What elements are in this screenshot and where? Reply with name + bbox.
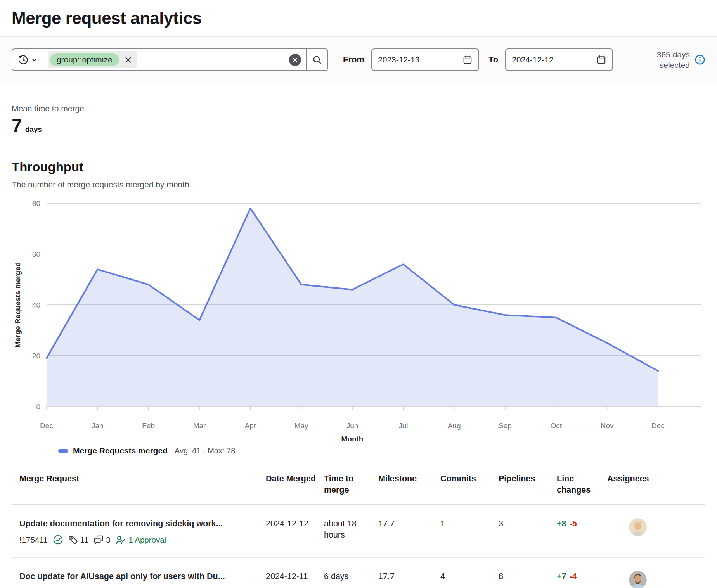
svg-text:Month: Month [341,435,364,443]
svg-text:60: 60 [32,250,40,258]
date-merged-cell: 2024-12-11 [266,557,324,588]
table-row: Update documentation for removing sideki… [12,505,705,557]
stat-value: 7 [12,116,22,135]
svg-text:Merge Requests merged: Merge Requests merged [14,262,22,348]
legend-meta: Avg: 41 · Max: 78 [175,446,235,455]
legend-label: Merge Requests merged [73,446,168,455]
lines-removed: -4 [570,572,577,581]
filter-bar: group::optimize From [0,36,717,83]
token-close-icon[interactable] [125,56,132,64]
clear-search-button[interactable] [289,54,301,66]
svg-text:Aug: Aug [448,422,461,430]
mr-id[interactable]: !175411 [19,534,48,545]
from-date-input[interactable]: 2023-12-13 [371,48,479,71]
calendar-icon[interactable] [462,55,473,65]
svg-text:Feb: Feb [142,422,155,430]
svg-text:Jun: Jun [346,422,358,430]
lines-added: +8 [557,519,566,528]
merge-request-table: Merge Request Date Merged Time to merge … [12,466,705,588]
commits-cell: 4 [440,557,499,588]
throughput-chart[interactable]: 020406080DecJanFebMarAprMayJunJulAugSepO… [12,192,705,444]
line-changes-cell: +8-5 [557,505,607,557]
table-header-row: Merge Request Date Merged Time to merge … [12,466,705,505]
commits-cell: 1 [440,505,499,557]
search-history-button[interactable] [12,49,43,70]
throughput-heading: Throughput [12,160,705,175]
assignees-cell [607,505,705,557]
legend-swatch [58,449,68,453]
page-title: Merge request analytics [12,9,705,28]
search-icon [312,55,322,65]
history-icon [18,55,28,65]
info-icon[interactable] [694,54,705,65]
col-time-to-merge: Time to merge [324,466,378,505]
lines-added: +7 [557,572,566,581]
svg-text:80: 80 [32,199,40,208]
chevron-down-icon [31,57,37,63]
line-changes-cell: +7-4 [557,557,607,588]
milestone-cell: 17.7 [378,505,440,557]
table-row: Doc update for AiUsage api only for user… [12,557,705,588]
milestone-cell: 17.7 [378,557,440,588]
svg-text:Oct: Oct [551,422,562,430]
pipelines-cell: 3 [499,505,557,557]
chart-legend: Merge Requests merged Avg: 41 · Max: 78 [58,446,705,455]
col-pipelines: Pipelines [499,466,557,505]
search-input[interactable]: group::optimize [43,49,306,70]
throughput-description: The number of merge requests merged by m… [12,180,705,189]
lines-removed: -5 [570,519,577,528]
filter-token-label: group::optimize [50,53,119,66]
approval-badge: 1 Approval [115,534,166,545]
mr-title-link[interactable]: Doc update for AiUsage api only for user… [19,571,260,582]
svg-text:Jul: Jul [398,422,408,430]
svg-text:0: 0 [36,403,40,411]
col-merge-request: Merge Request [12,466,266,505]
check-circle-icon [53,534,63,545]
to-date-input[interactable]: 2024-12-12 [505,48,613,71]
to-date-value: 2024-12-12 [512,55,553,64]
search-submit-button[interactable] [306,49,327,70]
stat-unit: days [25,125,42,134]
svg-text:20: 20 [32,352,40,360]
date-merged-cell: 2024-12-12 [266,505,324,557]
svg-text:Dec: Dec [651,422,665,430]
svg-text:40: 40 [32,301,40,309]
col-commits: Commits [440,466,499,505]
col-date-merged: Date Merged [266,466,324,505]
approval-check-icon [115,534,126,545]
from-date-value: 2023-12-13 [378,55,419,64]
approvals-text: 1 Approval [128,534,166,545]
avatar[interactable] [629,518,647,536]
avatar[interactable] [629,571,647,588]
col-line-changes: Line changes [557,466,607,505]
label-tag-icon [68,535,78,545]
filter-token[interactable]: group::optimize [48,51,137,68]
days-selected-text: 365 days selected [643,49,690,71]
pipelines-cell: 8 [499,557,557,588]
mr-title-link[interactable]: Update documentation for removing sideki… [19,518,260,529]
col-assignees: Assignees [607,466,705,505]
svg-text:Nov: Nov [601,422,614,430]
labels-count: 11 [80,534,88,545]
svg-text:May: May [294,422,308,430]
from-label: From [343,55,364,65]
page-header: Merge request analytics [0,0,717,28]
svg-text:Jan: Jan [92,422,104,430]
col-milestone: Milestone [378,466,440,505]
time-to-merge-cell: about 18 hours [324,505,378,557]
time-to-merge-cell: 6 days [324,557,378,588]
mean-time-to-merge-stat: Mean time to merge 7 days [12,104,705,135]
stat-label: Mean time to merge [12,104,705,113]
calendar-icon[interactable] [596,55,606,65]
throughput-chart-area: 020406080DecJanFebMarAprMayJunJulAugSepO… [12,192,705,455]
assignees-cell [607,557,705,588]
svg-text:Mar: Mar [193,422,206,430]
to-label: To [488,55,498,65]
filtered-search: group::optimize [12,48,328,71]
comments-icon [94,534,104,545]
svg-text:Apr: Apr [245,422,256,430]
svg-text:Dec: Dec [40,422,53,430]
svg-text:Sep: Sep [499,422,512,430]
days-selected: 365 days selected [643,49,705,71]
comments-count: 3 [106,534,110,545]
